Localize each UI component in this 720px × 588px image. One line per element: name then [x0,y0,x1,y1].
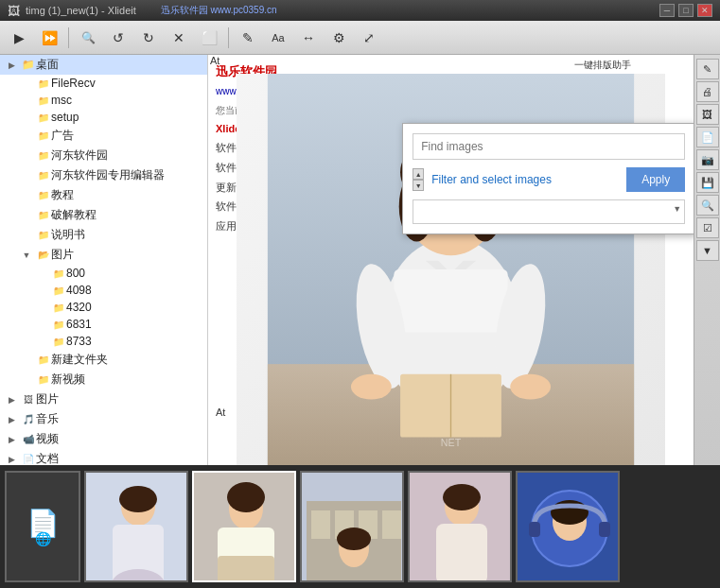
toolbar-separator-1 [68,27,69,48]
tree-item-ad[interactable]: 📁 广告 [0,126,207,146]
tree-label: setup [51,111,207,124]
filter-dropdown[interactable] [413,199,685,224]
thumb-icon-area: 📄 🌐 [26,508,60,546]
music-icon: 🎵 [21,414,36,424]
expand-icon: ▶ [4,415,19,424]
tree-item-setup[interactable]: 📁 setup [0,109,207,126]
svg-rect-7 [394,269,507,333]
rt-edit-button[interactable]: ✎ [696,59,719,79]
crop-button[interactable]: ⬜ [196,25,222,51]
helper-label: 一键排版助手 [574,59,690,72]
filter-down-arrow[interactable]: ▼ [413,180,424,191]
folder-icon: 📁 [36,78,51,89]
tree-label: 8733 [66,335,207,348]
svg-point-11 [510,374,551,400]
titlebar-left: 🖼 timg (1)_new(1) - Xlideit 迅乐软件园 www.pc… [8,4,277,18]
tree-item-8733[interactable]: 📁 8733 [0,333,207,350]
folder-icon: 📁 [36,210,51,220]
tree-label: FileRecv [51,77,207,90]
apply-button[interactable]: Apply [626,167,685,192]
rt-print-button[interactable]: 🖨 [696,81,719,102]
rt-down-button[interactable]: ▼ [696,240,719,261]
tree-item-4098[interactable]: 📁 4098 [0,282,207,299]
rt-image-button[interactable]: 🖼 [696,104,719,125]
rt-disk-button[interactable]: 💾 [696,172,719,193]
tree-label: 破解教程 [51,207,207,223]
close-tool-button[interactable]: ✕ [166,25,192,51]
tree-item-video-lib[interactable]: ▶ 📹 视频 [0,429,207,449]
tree-label: 4320 [66,301,207,314]
tree-item-4320[interactable]: 📁 4320 [0,299,207,316]
tree-item-pictures-lib[interactable]: ▶ 🖼 图片 [0,389,207,409]
tree-label: 4098 [66,284,207,297]
thumbnail-5[interactable] [408,471,512,582]
tree-item-images[interactable]: ▼ 📂 图片 [0,245,207,265]
rt-search-button[interactable]: 🔍 [696,195,719,216]
tree-item-hedong[interactable]: 📁 河东软件园 [0,146,207,165]
filter-arrows: ▲ ▼ [413,168,424,191]
forward-button[interactable]: ⏩ [36,25,62,51]
folder-icon: 📁 [36,112,51,123]
tree-item-800[interactable]: 📁 800 [0,265,207,282]
filter-row: ▲ ▼ Filter and select images Apply [413,167,685,192]
filter-up-arrow[interactable]: ▲ [413,168,424,180]
tree-item-docs-lib[interactable]: ▶ 📄 文档 [0,449,207,465]
rt-check-button[interactable]: ☑ [696,217,719,238]
tree-item-6831[interactable]: 📁 6831 [0,316,207,333]
tree-label: 图片 [51,247,207,263]
thumbnail-6[interactable] [516,471,620,582]
tree-item-tutorial[interactable]: 📁 教程 [0,185,207,205]
thumbnail-1[interactable]: 📄 🌐 [5,471,80,582]
flip-button[interactable]: ↔ [295,25,322,51]
svg-text:NET: NET [441,437,462,448]
find-images-input[interactable] [413,133,685,160]
tree-item-desktop[interactable]: ▶ 📁 桌面 [0,55,207,75]
redo-button[interactable]: ↻ [135,25,162,51]
docs-icon: 📄 [21,454,36,464]
folder-icon: 📁 [36,170,51,181]
tree-label: 河东软件园专用编辑器 [51,167,207,183]
svg-point-32 [337,527,371,550]
maximize-button[interactable]: □ [678,4,694,17]
rt-print2-button[interactable]: 📄 [696,127,719,147]
fullscreen-button[interactable]: ⤢ [356,25,382,51]
expand-icon: ▶ [4,395,19,405]
folder-icon: 📁 [51,337,66,347]
text-button[interactable]: Aa [265,25,291,51]
tree-label: 800 [66,267,207,280]
minimize-button[interactable]: ─ [659,4,675,17]
tree-item-crack-tutorial[interactable]: 📁 破解教程 [0,205,207,225]
watermark: 迅乐软件园 www.pc0359.cn [161,4,277,17]
folder-icon: 📁 [36,230,51,240]
settings-button[interactable]: ⚙ [325,25,352,51]
expand-icon: ▼ [19,251,34,260]
tree-label: 新视频 [51,372,207,388]
file-sidebar: ▶ 📁 桌面 📁 FileRecv 📁 msc 📁 setup 📁 广告 📁 [0,55,208,465]
close-button[interactable]: ✕ [697,4,712,17]
tree-item-manual[interactable]: 📁 说明书 [0,225,207,245]
svg-rect-24 [218,556,274,582]
pictures-icon: 🖼 [21,394,36,405]
thumbnail-3[interactable] [192,471,296,582]
tree-label: 教程 [51,187,207,203]
tree-item-new-video[interactable]: 📁 新视频 [0,370,207,389]
play-button[interactable]: ▶ [6,25,32,51]
tree-item-msc[interactable]: 📁 msc [0,92,207,109]
thumbnail-4[interactable] [300,471,404,582]
thumbnail-2[interactable] [84,471,188,582]
tree-item-music-lib[interactable]: ▶ 🎵 音乐 [0,409,207,429]
tree-item-new-folder[interactable]: 📁 新建文件夹 [0,350,207,370]
tree-label: 广告 [51,128,207,144]
expand-icon: ▶ [4,61,19,70]
rt-camera-button[interactable]: 📷 [696,149,719,170]
filter-label: Filter and select images [431,173,619,186]
tree-label: 桌面 [36,57,207,73]
tree-item-hedong-editor[interactable]: 📁 河东软件园专用编辑器 [0,165,207,185]
content-area: 迅乐软件园 www.pc0359.cn 您当前所在位置： Xlideit 软件大… [208,55,694,465]
search-button[interactable]: 🔍 [75,25,101,51]
edit-button[interactable]: ✎ [235,25,261,51]
tree-item-filerecv[interactable]: 📁 FileRecv [0,75,207,92]
folder-icon: 📁 [51,285,66,296]
tree-label: 文档 [36,451,207,465]
undo-button[interactable]: ↺ [105,25,132,51]
